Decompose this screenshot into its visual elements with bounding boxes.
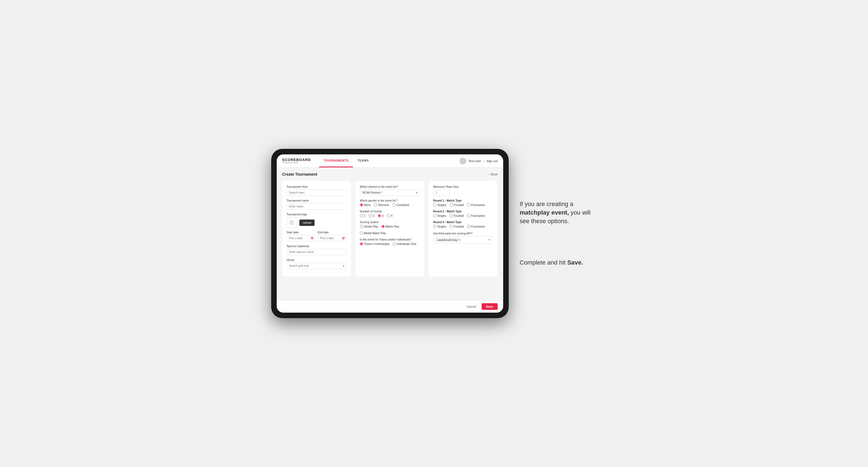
sponsor-input[interactable]	[287, 249, 347, 255]
scoring-medal[interactable]: Medal Match Play	[360, 231, 386, 235]
calendar-icon-2: 📅	[342, 237, 345, 240]
max-team-size-label: Maximum Team Size	[433, 185, 493, 188]
tournament-host-input[interactable]	[287, 189, 347, 196]
round2-singles[interactable]: Singles	[433, 214, 446, 217]
round1-singles[interactable]: Singles	[433, 203, 446, 207]
start-date-group: Start date 📅	[287, 231, 316, 241]
round3-radio-group: Singles Fourball Foursomes	[433, 225, 493, 228]
sign-out-link[interactable]: Sign out	[486, 159, 497, 163]
brand-title: SCOREBOARD	[282, 158, 311, 161]
venue-group: Venue ▼	[287, 258, 347, 269]
rounds-4[interactable]: 4	[387, 214, 393, 217]
teams-individuals-radio-group: Teams (+Individuals) Individuals Only	[360, 242, 420, 246]
round3-section: Round 3 - Match Type Singles Fourball Fo…	[433, 221, 493, 228]
annotation-top: If you are creating a matchplay event, y…	[520, 200, 597, 225]
main-content: Create Tournament ‹ Back Tournament Host…	[277, 168, 503, 300]
tablet-screen: SCOREBOARD Powered by clippit TOURNAMENT…	[277, 154, 503, 313]
nav-tournaments[interactable]: TOURNAMENTS	[319, 154, 353, 167]
save-button[interactable]: Save	[482, 303, 498, 310]
teams-option[interactable]: Teams (+Individuals)	[360, 242, 390, 246]
date-row: Start date 📅 End date	[287, 231, 347, 241]
annotation-bottom: Complete and hit Save.	[520, 258, 597, 267]
tournament-name-label: Tournament name	[287, 199, 347, 202]
third-party-tag-close[interactable]: ×	[458, 238, 460, 241]
logo-upload-area: Upload	[287, 218, 347, 227]
division-select[interactable]: NCAA Division I NCAA Division II NAIA Ot…	[360, 189, 420, 196]
gender-combined[interactable]: Combined	[393, 203, 409, 207]
teams-individuals-label: Is this event for Teams and/or Individua…	[360, 238, 420, 241]
round2-foursomes[interactable]: Foursomes	[467, 214, 485, 217]
third-party-caret: ▼	[488, 238, 491, 241]
third-party-tag-label: Leaderboard King	[437, 239, 457, 241]
gender-label: Which gender is the event for?	[360, 199, 420, 202]
scoring-stroke[interactable]: Stroke Play	[360, 225, 378, 228]
logo-placeholder	[287, 218, 297, 227]
form-footer: Cancel Save	[277, 300, 503, 313]
round1-foursomes[interactable]: Foursomes	[467, 203, 485, 207]
left-column: Tournament Host Tournament name Tourname…	[282, 181, 351, 277]
user-avatar: T	[460, 158, 466, 164]
nav-teams[interactable]: TEAMS	[353, 154, 373, 167]
division-label: Which division is the event for?	[360, 185, 420, 188]
gender-radio-group: Mens Womens Combined	[360, 203, 420, 207]
scoring-group: Scoring system Stroke Play Match Play Me…	[360, 221, 420, 235]
calendar-icon: 📅	[310, 237, 314, 240]
third-party-label: Use third-party live scoring API?	[433, 232, 493, 235]
max-team-size-group: Maximum Team Size	[433, 185, 493, 196]
start-date-label: Start date	[287, 231, 316, 234]
division-group: Which division is the event for? NCAA Di…	[360, 185, 420, 196]
round3-fourball[interactable]: Fourball	[450, 225, 464, 228]
third-party-tag: Leaderboard King ×	[436, 238, 461, 242]
round1-section: Round 1 - Match Type Singles Fourball Fo…	[433, 199, 493, 207]
round1-fourball[interactable]: Fourball	[450, 203, 464, 207]
sponsor-label: Sponsor (optional)	[287, 245, 347, 248]
page-wrapper: SCOREBOARD Powered by clippit TOURNAMENT…	[241, 149, 627, 318]
form-layout: Tournament Host Tournament name Tourname…	[282, 181, 498, 277]
round3-foursomes[interactable]: Foursomes	[467, 225, 485, 228]
nav-links: TOURNAMENTS TEAMS	[319, 154, 373, 167]
gender-womens[interactable]: Womens	[374, 203, 389, 207]
round2-radio-group: Singles Fourball Foursomes	[433, 214, 493, 217]
end-date-wrap: 📅	[318, 235, 347, 241]
teams-individuals-group: Is this event for Teams and/or Individua…	[360, 238, 420, 246]
annotations: If you are creating a matchplay event, y…	[520, 200, 597, 267]
gender-group: Which gender is the event for? Mens Wome…	[360, 199, 420, 207]
round2-section: Round 2 - Match Type Singles Fourball Fo…	[433, 210, 493, 217]
max-team-size-input[interactable]	[433, 189, 450, 196]
third-party-select[interactable]: Leaderboard King × ▼	[433, 236, 493, 244]
cancel-button[interactable]: Cancel	[463, 303, 479, 310]
rounds-label: Number of rounds	[360, 210, 420, 213]
navbar-right: T Test User | Sign out	[460, 158, 498, 164]
tablet-device: SCOREBOARD Powered by clippit TOURNAMENT…	[271, 149, 509, 318]
start-date-wrap: 📅	[287, 235, 316, 241]
back-button[interactable]: ‹ Back	[489, 173, 497, 176]
scoring-radio-group: Stroke Play Match Play Medal Match Play	[360, 225, 420, 235]
navbar: SCOREBOARD Powered by clippit TOURNAMENT…	[277, 154, 503, 168]
rounds-2[interactable]: 2	[369, 214, 374, 217]
gender-mens[interactable]: Mens	[360, 203, 371, 207]
rounds-1[interactable]: 1	[360, 214, 366, 217]
brand-logo: SCOREBOARD Powered by clippit	[282, 158, 311, 164]
upload-button[interactable]: Upload	[299, 220, 315, 226]
tournament-name-input[interactable]	[287, 203, 347, 210]
annotation-top-text1: If you are creating a	[520, 200, 573, 208]
round1-radio-group: Singles Fourball Foursomes	[433, 203, 493, 207]
venue-label: Venue	[287, 258, 347, 261]
tournament-logo-group: Tournament logo Upload	[287, 213, 347, 227]
individuals-option[interactable]: Individuals Only	[393, 242, 416, 246]
round1-label: Round 1 - Match Type	[433, 199, 493, 202]
venue-input[interactable]	[287, 262, 347, 269]
tournament-name-group: Tournament name	[287, 199, 347, 210]
scoring-match[interactable]: Match Play	[381, 225, 399, 228]
tournament-host-group: Tournament Host	[287, 185, 347, 196]
end-date-label: End date	[318, 231, 347, 234]
round2-fourball[interactable]: Fourball	[450, 214, 464, 217]
dates-group: Start date 📅 End date	[287, 231, 347, 241]
rounds-3[interactable]: 3	[378, 214, 383, 217]
tournament-logo-label: Tournament logo	[287, 213, 347, 216]
venue-dropdown-icon: ▼	[342, 264, 345, 267]
third-party-group: Use third-party live scoring API? Leader…	[433, 232, 493, 244]
rounds-radio-group: 1 2 3 4	[360, 214, 420, 217]
annotation-top-bold: matchplay event,	[520, 209, 569, 216]
round3-singles[interactable]: Singles	[433, 225, 446, 228]
